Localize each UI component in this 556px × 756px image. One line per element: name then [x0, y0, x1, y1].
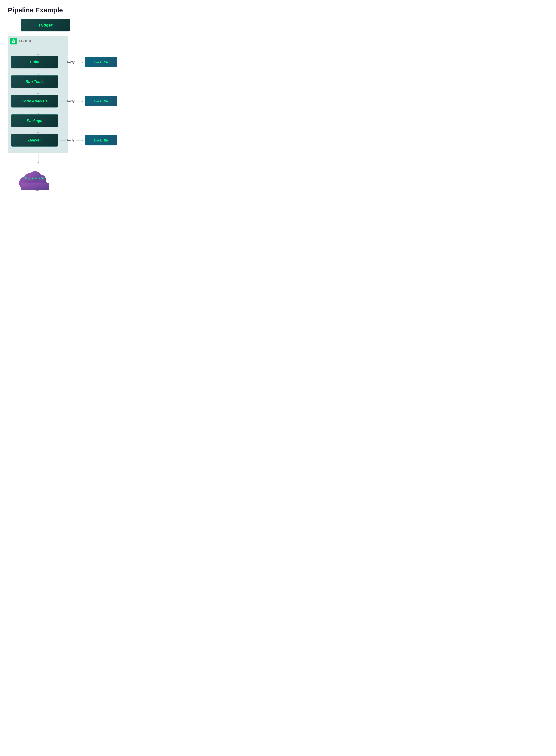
ca-notify-text: Notify: [67, 100, 74, 103]
build-slack-label: Slack, Etc: [93, 60, 109, 64]
trigger-to-linode-connector: [39, 31, 39, 36]
ca-h-line: [60, 101, 66, 101]
package-step: Package: [11, 114, 58, 127]
linode-label: LINODE: [19, 40, 33, 43]
hyperscaler-section: Hyperscaler: [14, 165, 56, 191]
lock-icon: [10, 38, 17, 44]
ca-arrow-line: [76, 101, 81, 101]
build-arrow-line: [76, 62, 81, 62]
build-h-line: [60, 62, 66, 62]
build-slack-box: Slack, Etc: [85, 57, 117, 67]
code-analysis-notify-line: Notify ► Slack, Etc: [60, 96, 117, 106]
build-notify-line: Notify ► Slack, Etc: [60, 57, 117, 67]
linode-to-hyperscaler-connector: [38, 153, 38, 162]
build-step: Build: [11, 56, 58, 69]
deliver-label: Deliver: [28, 138, 41, 143]
build-label: Build: [30, 60, 39, 64]
trigger-label: Trigger: [38, 23, 52, 28]
page-title: Pipeline Example: [8, 6, 143, 14]
svg-rect-5: [21, 183, 49, 190]
code-analysis-row: Code Analysis Notify ► Slack, Etc: [11, 95, 65, 108]
deliver-notify-line: Notify ► Slack, Etc: [60, 135, 117, 146]
code-analysis-label: Code Analysis: [22, 99, 48, 103]
linode-area: LINODE Build Notify: [8, 36, 68, 153]
code-analysis-step: Code Analysis: [11, 95, 58, 108]
deliver-slack-box: Slack, Etc: [85, 135, 117, 146]
ca-slack-box: Slack, Etc: [85, 96, 117, 106]
cloud-shape: Hyperscaler: [17, 165, 53, 191]
deliver-row: Deliver Notify ► Slack, Etc: [11, 134, 65, 147]
deliver-arrow-line: [76, 140, 81, 140]
run-tests-row: Run Tests: [11, 75, 65, 88]
hyperscaler-label: Hyperscaler: [25, 176, 45, 180]
deliver-h-line: [60, 140, 66, 140]
linode-inner: Build Notify ► Slack, Etc: [11, 50, 65, 147]
package-row: Package: [11, 114, 65, 127]
deliver-slack-label: Slack, Etc: [93, 138, 109, 142]
ca-slack-label: Slack, Etc: [93, 99, 109, 103]
diagram-container: Trigger LINODE: [8, 19, 143, 191]
deliver-notify-text: Notify: [67, 139, 74, 142]
deliver-step: Deliver: [11, 134, 58, 147]
run-tests-step: Run Tests: [11, 75, 58, 88]
build-notify-text: Notify: [67, 61, 74, 64]
package-label: Package: [27, 118, 42, 123]
trigger-box: Trigger: [21, 19, 70, 31]
run-tests-label: Run Tests: [26, 79, 44, 84]
build-row: Build Notify ► Slack, Etc: [11, 56, 65, 69]
linode-header: LINODE: [8, 36, 35, 46]
